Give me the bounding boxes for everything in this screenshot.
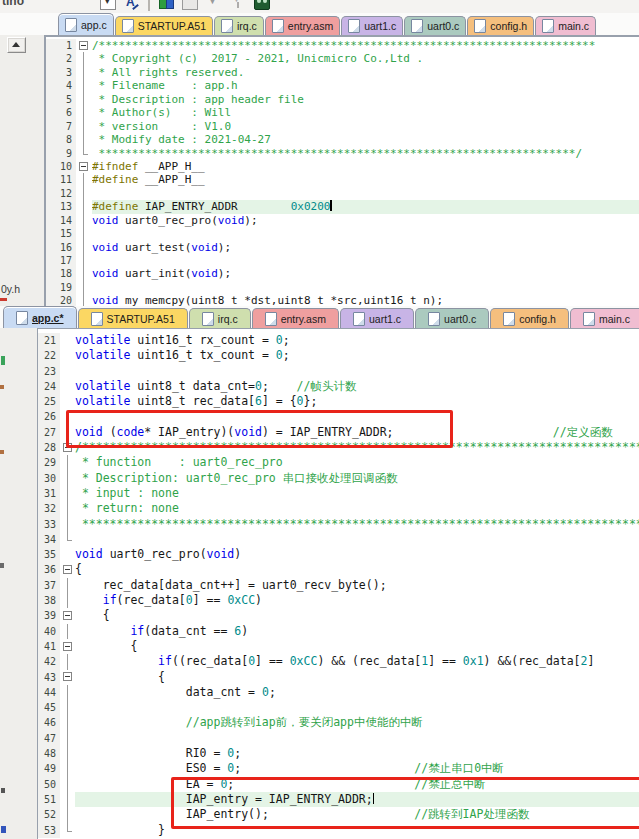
code-line[interactable]: 20void my_memcpy(uint8_t *dst,uint8_t *s… xyxy=(46,294,639,306)
code-text: ****************************************… xyxy=(92,147,639,160)
tab-irq-c[interactable]: irq.c xyxy=(189,308,251,328)
code-line[interactable]: 34 xyxy=(38,532,639,547)
background-partial-tab-label: 0y.h xyxy=(1,283,20,295)
fold-collapse-icon[interactable] xyxy=(60,608,75,623)
code-line[interactable]: 22volatile uint16_t tx_count = 0; xyxy=(38,348,639,363)
code-line[interactable]: 37 rec_data[data_cnt++] = uart0_recv_byt… xyxy=(38,578,639,593)
separator xyxy=(148,0,150,11)
code-line[interactable]: 44 data_cnt = 0; xyxy=(38,685,639,700)
code-line[interactable]: 14void uart0_rec_pro(void); xyxy=(46,214,639,227)
editor-pane-top[interactable]: 1/**************************************… xyxy=(44,35,639,306)
code-text xyxy=(92,281,639,294)
code-line[interactable]: 6 * Author(s) : Will xyxy=(46,106,639,119)
code-line[interactable]: 39 { xyxy=(38,608,639,623)
code-line[interactable]: 31 * input : none xyxy=(38,486,639,501)
tab-uart1-c[interactable]: uart1.c xyxy=(340,308,414,328)
fold-collapse-icon[interactable] xyxy=(60,670,75,685)
tab-config-h[interactable]: config.h xyxy=(490,308,569,328)
blocks-icon[interactable] xyxy=(158,0,174,10)
code-line[interactable]: 43 { xyxy=(38,670,639,685)
code-line[interactable]: 32 * return: none xyxy=(38,501,639,516)
fold-collapse-icon[interactable] xyxy=(60,562,75,577)
arrow-down-icon[interactable] xyxy=(206,0,222,10)
fold-margin xyxy=(76,106,92,119)
tab-entry-asm[interactable]: entry.asm xyxy=(252,308,339,328)
code-line[interactable]: 8 * Modify date : 2021-04-27 xyxy=(46,133,639,146)
fold-margin xyxy=(76,52,92,65)
fold-margin xyxy=(60,685,75,700)
fold-collapse-icon[interactable] xyxy=(60,639,75,654)
code-line[interactable]: 9 **************************************… xyxy=(46,147,639,160)
code-line[interactable]: 35void uart0_rec_pro(void) xyxy=(38,547,639,562)
code-line[interactable]: 23 xyxy=(38,364,639,379)
tab-uart0-c[interactable]: uart0.c xyxy=(404,16,466,35)
editor-pane-bottom[interactable]: 21volatile uint16_t rx_count = 0;22volat… xyxy=(37,328,639,839)
code-line[interactable]: 13#define IAP_ENTRY_ADDR 0x0200 xyxy=(46,200,639,213)
annotation-highlight-box xyxy=(171,777,639,829)
fold-collapse-icon[interactable] xyxy=(76,160,92,173)
code-line[interactable]: 40 if(data_cnt == 6) xyxy=(38,624,639,639)
code-text: if(rec_data[0] == 0xCC) xyxy=(75,593,639,608)
find-icon[interactable] xyxy=(124,0,140,10)
fold-margin xyxy=(60,823,75,838)
code-line[interactable]: 46 //app跳转到iap前，要关闭app中使能的中断 xyxy=(38,715,639,730)
code-text: * Description : app header file xyxy=(92,93,639,106)
code-line[interactable]: 19 xyxy=(46,281,639,294)
code-line[interactable]: 16void uart_test(void); xyxy=(46,241,639,254)
code-line[interactable]: 12 xyxy=(46,187,639,200)
tab-startup-a51[interactable]: STARTUP.A51 xyxy=(78,308,188,328)
code-line[interactable]: 41 { xyxy=(38,639,639,654)
line-number: 17 xyxy=(46,254,76,267)
tab-main-c[interactable]: main.c xyxy=(570,308,639,328)
tab-main-c[interactable]: main.c xyxy=(535,16,596,35)
code-line[interactable]: 49 ES0 = 0; //禁止串口0中断 xyxy=(38,761,639,776)
code-line[interactable]: 21volatile uint16_t rx_count = 0; xyxy=(38,333,639,348)
file-icon xyxy=(542,19,554,33)
file-icon xyxy=(221,19,233,33)
code-line[interactable]: 45 xyxy=(38,700,639,715)
tab-uart1-c[interactable]: uart1.c xyxy=(341,16,403,35)
tab-app-c[interactable]: app.c* xyxy=(3,306,77,328)
code-line[interactable]: 48 RI0 = 0; xyxy=(38,746,639,761)
dropdown-icon[interactable] xyxy=(100,0,116,10)
tab-config-h[interactable]: config.h xyxy=(467,16,534,35)
tab-entry-asm[interactable]: entry.asm xyxy=(265,16,340,35)
fold-margin xyxy=(76,241,92,254)
line-number: 32 xyxy=(38,501,60,516)
code-line[interactable]: 3 * All rights reserved. xyxy=(46,66,639,79)
code-line[interactable]: 33 *************************************… xyxy=(38,517,639,532)
code-text: data_cnt = 0; xyxy=(75,685,639,700)
code-line[interactable]: 38 if(rec_data[0] == 0xCC) xyxy=(38,593,639,608)
code-line[interactable]: 17 xyxy=(46,254,639,267)
code-line[interactable]: 7 * version : V1.0 xyxy=(46,120,639,133)
code-line[interactable]: 2 * Copyright (c) 2017 - 2021, Unicmicro… xyxy=(46,52,639,65)
code-text: rec_data[data_cnt++] = uart0_recv_byte()… xyxy=(75,578,639,593)
code-line[interactable]: 11#define __APP_H__ xyxy=(46,173,639,186)
filter-icon[interactable] xyxy=(230,0,246,10)
macro-icon[interactable] xyxy=(254,0,270,10)
tab-startup-a51[interactable]: STARTUP.A51 xyxy=(115,16,213,35)
code-line[interactable]: 1/**************************************… xyxy=(46,39,639,52)
code-text: if((rec_data[0] == 0xCC) && (rec_data[1]… xyxy=(75,654,639,669)
line-number: 33 xyxy=(38,517,60,532)
code-line[interactable]: 25volatile uint8_t rec_data[6] = {0}; xyxy=(38,394,639,409)
code-line[interactable]: 42 if((rec_data[0] == 0xCC) && (rec_data… xyxy=(38,654,639,669)
code-line[interactable]: 29 * function : uart0_rec_pro xyxy=(38,455,639,470)
fold-collapse-icon[interactable] xyxy=(76,39,92,52)
code-line[interactable]: 18void uart_init(void); xyxy=(46,267,639,280)
code-line[interactable]: 24volatile uint8_t data_cnt=0; //帧头计数 xyxy=(38,379,639,394)
tab-label: irq.c xyxy=(237,20,257,32)
tab-app-c[interactable]: app.c xyxy=(58,13,114,35)
code-line[interactable]: 5 * Description : app header file xyxy=(46,93,639,106)
code-line[interactable]: 4 * Filename : app.h xyxy=(46,79,639,92)
code-line[interactable]: 15 xyxy=(46,227,639,240)
code-line[interactable]: 47 xyxy=(38,731,639,746)
tab-irq-c[interactable]: irq.c xyxy=(214,16,264,35)
window-icon[interactable] xyxy=(182,0,198,10)
tab-uart0-c[interactable]: uart0.c xyxy=(415,308,489,328)
fold-margin xyxy=(76,120,92,133)
code-line[interactable]: 36{ xyxy=(38,562,639,577)
scroll-up-icon[interactable] xyxy=(7,37,26,53)
code-line[interactable]: 10#ifndef __APP_H__ xyxy=(46,160,639,173)
code-line[interactable]: 30 * Description: uart0_rec_pro 串口接收处理回调… xyxy=(38,471,639,486)
